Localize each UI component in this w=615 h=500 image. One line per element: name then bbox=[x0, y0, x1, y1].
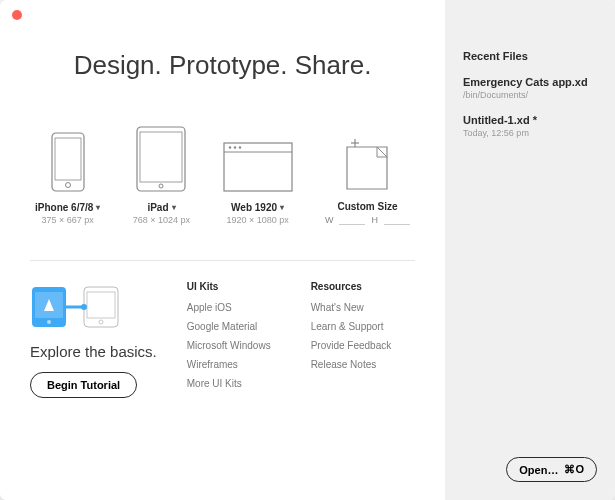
svg-rect-16 bbox=[84, 287, 118, 327]
open-file-button[interactable]: Open… ⌘O bbox=[506, 457, 597, 482]
svg-point-15 bbox=[47, 320, 51, 324]
link-wireframes[interactable]: Wireframes bbox=[187, 359, 271, 370]
svg-point-2 bbox=[65, 183, 70, 188]
recent-file[interactable]: Emergency Cats app.xd /bin/Documents/ bbox=[463, 76, 597, 100]
browser-icon bbox=[223, 122, 293, 192]
template-dim: 768 × 1024 px bbox=[133, 215, 190, 225]
template-custom[interactable]: Custom Size W H bbox=[325, 121, 410, 225]
tutorial-illustration bbox=[30, 281, 120, 331]
main-panel: Design. Prototype. Share. iPhone 6/7/8▾ … bbox=[0, 0, 445, 500]
uikits-column: UI Kits Apple iOS Google Material Micros… bbox=[187, 281, 271, 398]
template-dim: 375 × 667 px bbox=[42, 215, 94, 225]
link-google-material[interactable]: Google Material bbox=[187, 321, 271, 332]
svg-rect-6 bbox=[224, 143, 292, 191]
ipad-icon bbox=[136, 122, 186, 192]
recent-file-name: Untitled-1.xd * bbox=[463, 114, 597, 126]
link-learn-support[interactable]: Learn & Support bbox=[311, 321, 392, 332]
links-panel: UI Kits Apple iOS Google Material Micros… bbox=[187, 281, 392, 398]
chevron-down-icon: ▾ bbox=[280, 203, 284, 212]
window-controls bbox=[12, 10, 22, 20]
svg-point-8 bbox=[228, 146, 230, 148]
svg-rect-3 bbox=[137, 127, 185, 191]
close-window-button[interactable] bbox=[12, 10, 22, 20]
link-apple-ios[interactable]: Apple iOS bbox=[187, 302, 271, 313]
link-release-notes[interactable]: Release Notes bbox=[311, 359, 392, 370]
custom-size-icon bbox=[345, 121, 389, 191]
chevron-down-icon: ▾ bbox=[96, 203, 100, 212]
template-web[interactable]: Web 1920▾ 1920 × 1080 px bbox=[223, 122, 293, 225]
svg-rect-17 bbox=[87, 292, 115, 318]
sidebar-head: Recent Files bbox=[463, 50, 597, 62]
headline: Design. Prototype. Share. bbox=[30, 50, 415, 81]
link-whats-new[interactable]: What's New bbox=[311, 302, 392, 313]
recent-file-path: /bin/Documents/ bbox=[463, 90, 597, 100]
tutorial-text: Explore the basics. bbox=[30, 343, 157, 360]
width-label: W bbox=[325, 215, 334, 225]
svg-rect-1 bbox=[55, 138, 81, 180]
begin-tutorial-button[interactable]: Begin Tutorial bbox=[30, 372, 137, 398]
svg-point-18 bbox=[99, 320, 103, 324]
height-label: H bbox=[371, 215, 378, 225]
divider bbox=[30, 260, 415, 261]
svg-point-9 bbox=[233, 146, 235, 148]
iphone-icon bbox=[51, 122, 85, 192]
recent-file-name: Emergency Cats app.xd bbox=[463, 76, 597, 88]
column-head: Resources bbox=[311, 281, 392, 292]
recent-file[interactable]: Untitled-1.xd * Today, 12:56 pm bbox=[463, 114, 597, 138]
open-shortcut: ⌘O bbox=[564, 463, 584, 476]
template-label: Web 1920 bbox=[231, 202, 277, 213]
svg-point-10 bbox=[238, 146, 240, 148]
recent-files-sidebar: Recent Files Emergency Cats app.xd /bin/… bbox=[445, 0, 615, 500]
svg-rect-4 bbox=[140, 132, 182, 182]
svg-point-20 bbox=[81, 304, 87, 310]
template-label: Custom Size bbox=[337, 201, 397, 212]
custom-height-input[interactable] bbox=[384, 214, 410, 225]
chevron-down-icon: ▾ bbox=[172, 203, 176, 212]
recent-file-path: Today, 12:56 pm bbox=[463, 128, 597, 138]
bottom-section: Explore the basics. Begin Tutorial UI Ki… bbox=[30, 281, 415, 398]
link-provide-feedback[interactable]: Provide Feedback bbox=[311, 340, 392, 351]
link-more-uikits[interactable]: More UI Kits bbox=[187, 378, 271, 389]
template-dim: 1920 × 1080 px bbox=[226, 215, 288, 225]
tutorial-panel: Explore the basics. Begin Tutorial bbox=[30, 281, 157, 398]
open-label: Open… bbox=[519, 464, 558, 476]
template-label: iPhone 6/7/8 bbox=[35, 202, 93, 213]
link-microsoft-windows[interactable]: Microsoft Windows bbox=[187, 340, 271, 351]
resources-column: Resources What's New Learn & Support Pro… bbox=[311, 281, 392, 398]
template-ipad[interactable]: iPad▾ 768 × 1024 px bbox=[133, 122, 190, 225]
column-head: UI Kits bbox=[187, 281, 271, 292]
template-iphone[interactable]: iPhone 6/7/8▾ 375 × 667 px bbox=[35, 122, 100, 225]
template-row: iPhone 6/7/8▾ 375 × 667 px iPad▾ 768 × 1… bbox=[30, 121, 415, 225]
start-window: Design. Prototype. Share. iPhone 6/7/8▾ … bbox=[0, 0, 615, 500]
svg-point-5 bbox=[159, 184, 163, 188]
template-label: iPad bbox=[147, 202, 168, 213]
custom-size-inputs: W H bbox=[325, 214, 410, 225]
custom-width-input[interactable] bbox=[339, 214, 365, 225]
